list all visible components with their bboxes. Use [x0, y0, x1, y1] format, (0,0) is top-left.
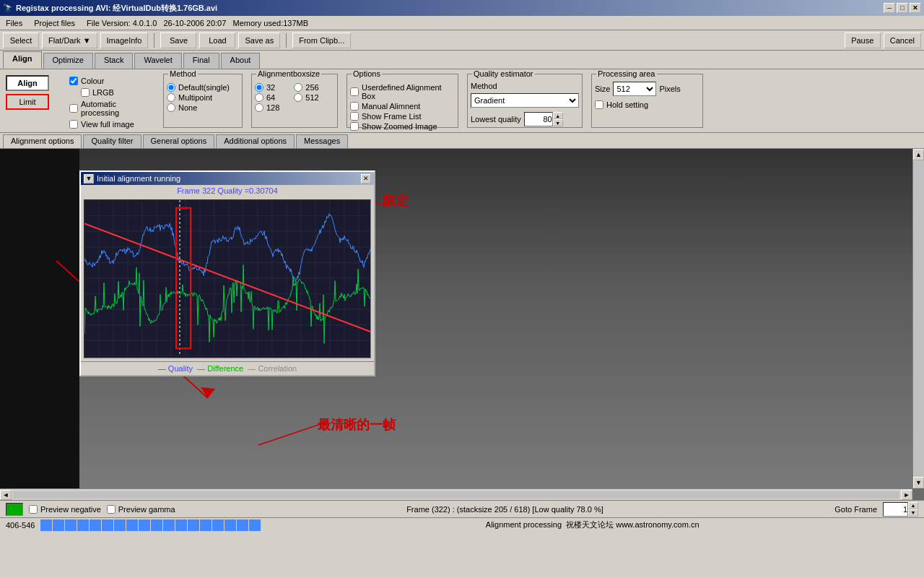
quality-group-label: Quality estimator	[472, 69, 535, 78]
flatdark-button[interactable]: Flat/Dark ▼	[42, 33, 97, 48]
nav-tabs: Align Optimize Stack Wavelet Final About	[0, 51, 924, 69]
opttab-messages[interactable]: Messages	[296, 134, 348, 148]
goto-frame-input[interactable]	[883, 502, 908, 517]
lrgb-checkbox[interactable]	[81, 88, 90, 97]
frame-status-text: Frame (322) : (stacksize 205 / 618) [Low…	[406, 505, 603, 514]
fromclipb-button[interactable]: From Clipb...	[292, 33, 351, 48]
pause-button[interactable]: Pause	[845, 33, 881, 48]
showzoom-checkbox[interactable]	[350, 122, 359, 131]
content-area: ▼ Initial alignment running ✕ Frame 322 …	[0, 149, 924, 532]
progress-tile	[53, 519, 64, 531]
colour-checkbox[interactable]	[69, 77, 78, 85]
saveas-button[interactable]: Save as	[238, 33, 280, 48]
progress-tile	[200, 519, 212, 531]
status-indicator	[6, 503, 23, 516]
colour-label: Colour	[81, 77, 104, 85]
chart-area	[84, 199, 371, 358]
scroll-up-btn[interactable]: ▲	[913, 149, 924, 160]
method-none-radio[interactable]	[167, 103, 175, 112]
vertical-scrollbar[interactable]: ▲ ▼	[912, 149, 924, 488]
menu-bar: Files Project files File Version: 4.0.1.…	[0, 16, 924, 30]
tab-align[interactable]: Align	[3, 51, 42, 69]
quality-down-btn[interactable]: ▼	[553, 119, 563, 126]
horizontal-scrollbar[interactable]: ◄ ►	[0, 488, 912, 500]
menu-files[interactable]: Files	[0, 17, 28, 29]
progress-tile	[237, 519, 248, 531]
options-tabs: Alignment options Quality filter General…	[0, 133, 924, 149]
viewfull-checkbox[interactable]	[69, 120, 78, 129]
procarea-group-label: Processing area	[596, 69, 657, 78]
size-select[interactable]: 512 256 128	[613, 82, 656, 96]
load-button[interactable]: Load	[199, 33, 235, 48]
autoprocess-checkbox[interactable]	[69, 104, 78, 113]
annotation-clearest: 最清晰的一帧	[318, 416, 396, 434]
limit-button[interactable]: Limit	[6, 94, 49, 110]
progress-tile	[249, 519, 261, 531]
method-group-label: Method	[168, 69, 198, 78]
tab-optimize[interactable]: Optimize	[43, 53, 93, 69]
scroll-right-btn[interactable]: ►	[901, 490, 912, 500]
dialog-title-bar: ▼ Initial alignment running ✕	[81, 172, 374, 185]
title-text: Registax processing AVI: 经VirtualDub转换1.…	[16, 3, 217, 14]
toolbar: Select Flat/Dark ▼ ImageInfo Save Load S…	[0, 30, 924, 51]
hold-setting-label: Hold setting	[606, 100, 648, 109]
boxsize-64-radio[interactable]	[255, 93, 263, 102]
goto-down-btn[interactable]: ▼	[908, 509, 918, 517]
quality-method-select[interactable]: Gradient	[471, 93, 579, 108]
boxsize-256-radio[interactable]	[294, 83, 302, 92]
progress-tiles	[40, 519, 261, 531]
progress-tile	[126, 519, 138, 531]
boxsize-128-radio[interactable]	[255, 103, 263, 112]
save-button[interactable]: Save	[160, 33, 196, 48]
opttab-general[interactable]: General options	[143, 134, 215, 148]
maximize-btn[interactable]: □	[897, 3, 908, 13]
menu-project[interactable]: Project files	[28, 17, 81, 29]
tab-wavelet[interactable]: Wavelet	[134, 53, 181, 69]
range-text: 406-546	[6, 521, 35, 530]
preview-neg-checkbox[interactable]	[29, 505, 38, 514]
opttab-quality[interactable]: Quality filter	[83, 134, 141, 148]
userdefined-checkbox[interactable]	[350, 87, 359, 96]
align-dialog: ▼ Initial alignment running ✕ Frame 322 …	[79, 171, 375, 376]
method-multi-radio[interactable]	[167, 93, 175, 102]
tab-about[interactable]: About	[221, 53, 261, 69]
imageinfo-button[interactable]: ImageInfo	[100, 33, 149, 48]
manual-checkbox[interactable]	[350, 102, 359, 111]
cancel-button[interactable]: Cancel	[884, 33, 921, 48]
goto-up-btn[interactable]: ▲	[908, 502, 918, 509]
preview-neg-label: Preview negative	[40, 505, 101, 514]
progress-tile	[151, 519, 162, 531]
align-button[interactable]: Align	[6, 75, 49, 91]
lrgb-label: LRGB	[92, 88, 114, 97]
showframe-checkbox[interactable]	[350, 112, 359, 121]
title-bar: 🔭 Registax processing AVI: 经VirtualDub转换…	[0, 0, 924, 16]
boxsize-32-radio[interactable]	[255, 83, 263, 92]
minimize-btn[interactable]: ─	[884, 3, 895, 13]
select-button[interactable]: Select	[3, 33, 39, 48]
dialog-minimize-btn[interactable]: ▼	[84, 174, 94, 184]
bottom-progress-bar: 406-546 Alignment processing 祝楼天文论坛 www.…	[0, 517, 924, 532]
progress-tile	[102, 519, 113, 531]
lowest-quality-label: Lowest quality	[471, 115, 521, 124]
annotation-limit: 限定	[383, 192, 409, 210]
quality-up-btn[interactable]: ▲	[553, 112, 563, 119]
close-btn[interactable]: ✕	[910, 3, 921, 13]
preview-gamma-checkbox[interactable]	[107, 505, 116, 514]
goto-frame-label: Goto Frame	[834, 505, 877, 514]
hold-setting-checkbox[interactable]	[595, 100, 603, 109]
opttab-alignment[interactable]: Alignment options	[3, 134, 82, 148]
tab-final[interactable]: Final	[183, 53, 219, 69]
lowest-quality-input[interactable]	[524, 112, 553, 126]
scroll-left-btn[interactable]: ◄	[0, 490, 12, 500]
progress-tile	[90, 519, 101, 531]
method-default-radio[interactable]	[167, 83, 175, 92]
pixels-label: Pixels	[659, 85, 680, 93]
progress-tile	[163, 519, 175, 531]
scroll-down-btn[interactable]: ▼	[913, 477, 924, 488]
boxsize-512-radio[interactable]	[294, 93, 302, 102]
dialog-close-btn[interactable]: ✕	[361, 174, 371, 184]
file-version-info: File Version: 4.0.1.0 26-10-2006 20:07 M…	[81, 19, 314, 27]
status-bar: Preview negative Preview gamma Frame (32…	[0, 500, 924, 517]
tab-stack[interactable]: Stack	[95, 53, 134, 69]
opttab-additional[interactable]: Additional options	[216, 134, 295, 148]
